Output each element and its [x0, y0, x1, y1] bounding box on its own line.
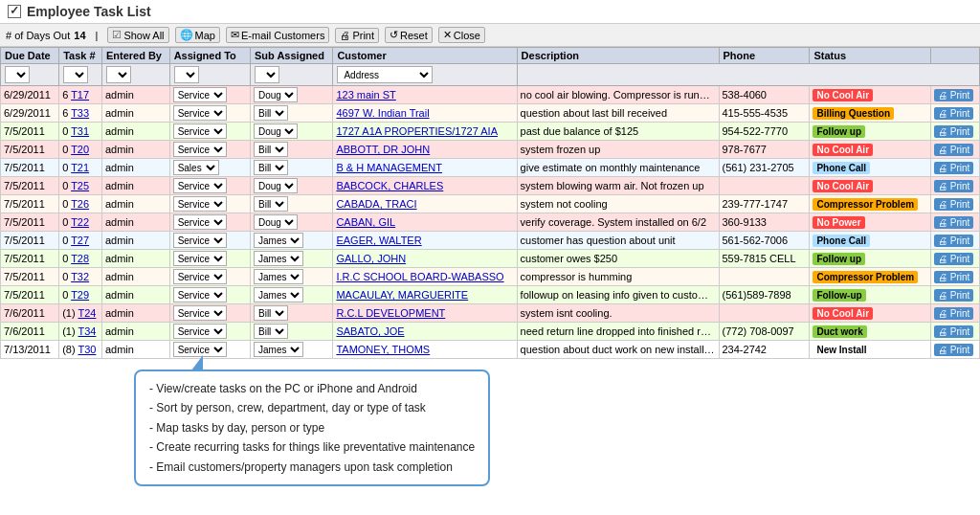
customer-link[interactable]: 4697 W. Indian Trail: [336, 107, 429, 119]
assigned-select[interactable]: Service: [173, 305, 227, 321]
cell-customer: 4697 W. Indian Trail: [333, 104, 517, 123]
cell-entered: admin: [101, 177, 169, 195]
print-row-button[interactable]: 🖨 Print: [934, 253, 973, 265]
assigned-select[interactable]: Service: [173, 251, 227, 266]
cell-print: 🖨 Print: [930, 250, 979, 268]
sub-select[interactable]: Bill: [254, 105, 288, 121]
customer-link[interactable]: BABCOCK, CHARLES: [336, 180, 443, 191]
assigned-select[interactable]: Service: [173, 324, 227, 339]
task-link[interactable]: T31: [71, 125, 89, 137]
sub-select[interactable]: Doug: [254, 123, 298, 139]
map-button[interactable]: 🌐 Map: [175, 27, 220, 43]
customer-link[interactable]: 123 main ST: [336, 89, 395, 101]
assigned-select[interactable]: Service: [173, 105, 227, 121]
table-row: 7/5/2011 0 T22 admin Service Doug CABAN,…: [1, 213, 980, 232]
assigned-select[interactable]: Service: [173, 214, 227, 230]
sub-select[interactable]: Bill: [254, 160, 288, 175]
task-link[interactable]: T24: [78, 307, 96, 319]
task-link[interactable]: T22: [71, 216, 89, 228]
cell-status: Compressor Problem: [810, 195, 931, 213]
assigned-select[interactable]: Sales: [173, 160, 219, 175]
customer-link[interactable]: ABBOTT, DR JOHN: [336, 144, 430, 155]
task-link[interactable]: T28: [71, 253, 89, 264]
customer-link[interactable]: CABAN, GIL: [336, 216, 395, 228]
customer-link[interactable]: 1727 A1A PROPERTIES/1727 AIA: [336, 125, 498, 137]
sub-select[interactable]: James: [254, 287, 303, 302]
cell-assigned: Service: [169, 268, 250, 286]
customer-link[interactable]: R.C.L DEVELOPMENT: [336, 307, 445, 319]
close-button[interactable]: ✕ Close: [438, 27, 485, 43]
filter-task[interactable]: [63, 66, 88, 83]
cell-status: New Install: [810, 341, 931, 359]
sub-select[interactable]: Bill: [254, 142, 288, 157]
cell-entered: admin: [101, 123, 169, 141]
customer-link[interactable]: MACAULAY, MARGUERITE: [336, 289, 468, 301]
cell-customer: R.C.L DEVELOPMENT: [333, 304, 517, 323]
print-row-button[interactable]: 🖨 Print: [934, 235, 973, 247]
print-row-button[interactable]: 🖨 Print: [934, 271, 973, 283]
print-row-button[interactable]: 🖨 Print: [934, 180, 973, 192]
assigned-select[interactable]: Service: [173, 287, 227, 302]
print-row-button[interactable]: 🖨 Print: [934, 144, 973, 156]
sub-select[interactable]: Bill: [254, 196, 288, 212]
customer-link[interactable]: EAGER, WALTER: [336, 235, 421, 246]
print-row-button[interactable]: 🖨 Print: [934, 216, 973, 229]
assigned-select[interactable]: Service: [173, 142, 227, 157]
sub-select[interactable]: Bill: [254, 305, 288, 321]
print-row-button[interactable]: 🖨 Print: [934, 289, 973, 302]
print-row-button[interactable]: 🖨 Print: [934, 307, 973, 320]
task-link[interactable]: T17: [71, 89, 89, 101]
task-link[interactable]: T21: [71, 162, 89, 173]
customer-link[interactable]: GALLO, JOHN: [336, 253, 406, 264]
task-link[interactable]: T20: [71, 144, 89, 155]
sub-select[interactable]: Bill: [254, 324, 288, 339]
assigned-select[interactable]: Service: [173, 87, 227, 102]
filter-sub[interactable]: [255, 66, 279, 83]
sub-select[interactable]: Doug: [254, 214, 298, 230]
task-link[interactable]: T29: [71, 289, 89, 301]
task-link[interactable]: T34: [78, 325, 96, 337]
print-button[interactable]: 🖨 Print: [335, 28, 379, 43]
reset-button[interactable]: ↺ Reset: [385, 27, 433, 43]
sub-select[interactable]: Doug: [254, 178, 298, 193]
filter-due-date[interactable]: [5, 66, 30, 83]
task-link[interactable]: T33: [71, 107, 89, 119]
sub-select[interactable]: James: [254, 251, 303, 266]
print-row-button[interactable]: 🖨 Print: [934, 125, 973, 138]
filter-assigned[interactable]: [174, 66, 199, 83]
task-link[interactable]: T27: [71, 235, 89, 246]
assigned-select[interactable]: Service: [173, 123, 227, 139]
task-link[interactable]: T26: [71, 198, 89, 210]
assigned-select[interactable]: Service: [173, 178, 227, 193]
table-row: 7/5/2011 0 T26 admin Service Bill CABADA…: [1, 195, 980, 213]
email-customers-button[interactable]: ✉ E-mail Customers: [226, 27, 329, 43]
filter-customer[interactable]: Address: [337, 66, 433, 83]
print-row-button[interactable]: 🖨 Print: [934, 344, 973, 356]
callout-item: Email customers/property managers upon t…: [149, 458, 475, 477]
filter-entered[interactable]: [106, 66, 131, 83]
title-checkbox[interactable]: [8, 5, 21, 18]
print-row-button[interactable]: 🖨 Print: [934, 107, 973, 120]
print-row-button[interactable]: 🖨 Print: [934, 89, 973, 101]
print-row-button[interactable]: 🖨 Print: [934, 198, 973, 211]
assigned-select[interactable]: Service: [173, 233, 227, 248]
task-link[interactable]: T32: [71, 271, 89, 282]
customer-link[interactable]: B & H MANAGEMENT: [336, 162, 442, 173]
customer-link[interactable]: TAMONEY, THOMS: [336, 344, 430, 355]
print-row-button[interactable]: 🖨 Print: [934, 325, 973, 338]
customer-link[interactable]: SABATO, JOE: [336, 325, 404, 337]
sub-select[interactable]: Doug: [254, 87, 298, 102]
cell-num: 0 T29: [59, 286, 102, 304]
assigned-select[interactable]: Service: [173, 196, 227, 212]
sub-select[interactable]: James: [254, 269, 303, 284]
task-link[interactable]: T30: [78, 344, 96, 355]
task-link[interactable]: T25: [71, 180, 89, 191]
show-all-button[interactable]: ☑ Show All: [107, 27, 168, 43]
sub-select[interactable]: James: [254, 233, 303, 248]
cell-sub: Bill: [251, 159, 333, 177]
print-row-button[interactable]: 🖨 Print: [934, 162, 973, 174]
customer-link[interactable]: CABADA, TRACI: [336, 198, 416, 210]
assigned-select[interactable]: Service: [173, 269, 227, 284]
cell-sub: Bill: [251, 323, 333, 341]
customer-link[interactable]: I.R.C SCHOOL BOARD-WABASSO: [336, 271, 503, 282]
